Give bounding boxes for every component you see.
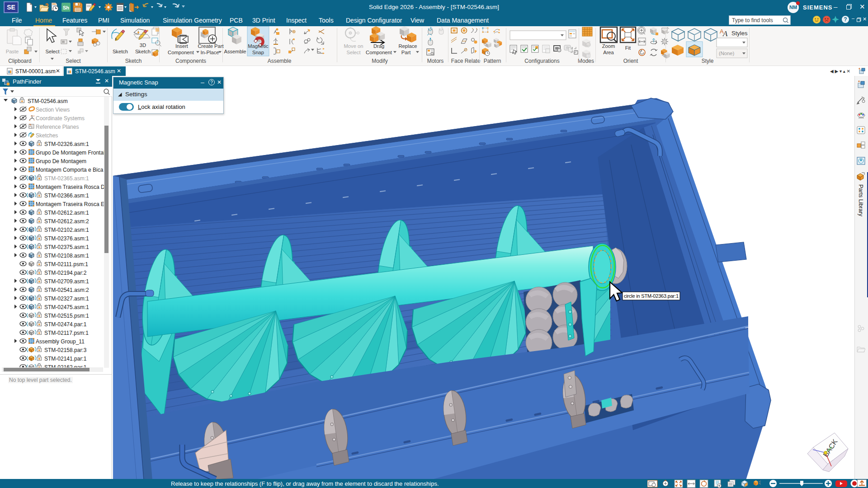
svg-text:Sketch: Sketch xyxy=(135,49,151,54)
svg-text:Move on: Move on xyxy=(344,43,363,49)
svg-text:A: A xyxy=(722,29,728,38)
svg-text:Select: Select xyxy=(45,49,60,54)
svg-text:Fit: Fit xyxy=(625,45,631,51)
svg-text:Replace: Replace xyxy=(398,43,417,49)
svg-text:Sketch: Sketch xyxy=(113,49,128,54)
svg-text:(None): (None) xyxy=(719,51,734,56)
svg-text:Component: Component xyxy=(366,50,392,55)
svg-text:Part: Part xyxy=(401,50,411,55)
svg-text:Insert: Insert xyxy=(175,43,189,49)
svg-text:Create Part: Create Part xyxy=(198,43,224,49)
svg-text:Select: Select xyxy=(346,50,361,55)
svg-text:Styles: Styles xyxy=(731,30,748,37)
svg-text:z: z xyxy=(31,114,32,117)
svg-text:Zoom: Zoom xyxy=(602,43,615,49)
svg-text:3D: 3D xyxy=(140,42,146,48)
svg-text:Area: Area xyxy=(603,50,614,55)
svg-text:circle in STM-02363.par:1: circle in STM-02363.par:1 xyxy=(624,293,679,299)
svg-text:y: y xyxy=(33,114,35,117)
svg-text:Component: Component xyxy=(168,50,194,55)
svg-text:Drag: Drag xyxy=(373,43,384,49)
svg-text:In-Place: In-Place xyxy=(200,50,219,55)
svg-text:Magnetic: Magnetic xyxy=(248,43,269,49)
svg-text:Assemble: Assemble xyxy=(224,49,246,54)
svg-text:Snap: Snap xyxy=(252,50,264,55)
svg-text:Paste: Paste xyxy=(6,49,19,54)
